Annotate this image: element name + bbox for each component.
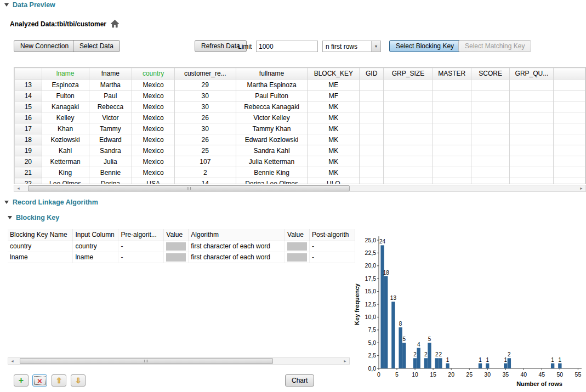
bk-column-header[interactable]: Blocking Key Name [8,229,73,241]
scrollbar-track[interactable] [22,185,577,191]
blocking-key-row[interactable]: countrycountry-first character of each w… [8,241,355,252]
data-cell: 107 [174,156,236,167]
data-cell [360,101,384,112]
value-box [287,242,307,251]
delete-blocking-key-button[interactable]: × [32,374,47,387]
data-cell [510,167,554,178]
svg-text:22,5: 22,5 [365,249,377,256]
column-header[interactable]: country [132,68,175,79]
table-row[interactable]: 18KozlowskiEdwardMexico26Edward Kozlowsk… [15,134,585,145]
data-cell [510,90,554,101]
blocking-key-section-header[interactable]: Blocking Key [8,214,59,221]
column-header[interactable] [15,68,42,79]
row-mode-value: n first rows [323,43,371,50]
bk-cell[interactable]: - [118,241,164,252]
table-row[interactable]: 22Lee OlmosDorinaUSA14Dorina Lee OlmosUL… [15,178,585,185]
record-linkage-section-header[interactable]: Record Linkage Algorithm [4,198,98,206]
column-header[interactable]: customer_re... [174,68,236,79]
data-cell [510,145,554,156]
table-row[interactable]: 17KhanTammyMexico30Tammy KhanMK [15,123,585,134]
data-cell [360,90,384,101]
bk-column-header[interactable]: Pre-algorit... [118,229,164,241]
bk-cell[interactable]: lname [8,252,73,263]
data-cell: MK [308,101,360,112]
svg-text:25,0: 25,0 [365,237,377,243]
column-header[interactable]: GID [360,68,384,79]
select-matching-key-button[interactable]: Select Matching Key [458,40,531,52]
bk-cell[interactable]: country [73,241,118,252]
row-number-cell: 13 [15,79,42,90]
blocking-key-row[interactable]: lnamelname-first character of each word- [8,252,355,263]
bk-column-header[interactable]: Algorithm [189,229,285,241]
data-cell: Mexico [132,112,175,123]
svg-text:15: 15 [430,371,436,378]
data-cell: Mexico [132,79,175,90]
select-blocking-key-button[interactable]: Select Blocking Key [389,40,460,52]
data-cell [360,178,384,185]
svg-text:5: 5 [395,371,399,378]
data-cell: Mexico [132,123,175,134]
data-cell: Kahl [42,145,89,156]
limit-input[interactable] [256,41,318,52]
bk-cell[interactable]: first character of each word [189,241,285,252]
table-row[interactable]: 19KahlSandraMexico25Sandra KahlMK [15,145,585,156]
table-row[interactable]: 16KelleyVictorMexico26Victor KelleyMK [15,112,585,123]
scrollbar-thumb[interactable] [20,358,273,364]
move-down-button[interactable]: ⇩ [71,374,86,387]
bk-cell[interactable]: - [118,252,164,263]
bk-column-header[interactable]: Post-algorith [310,229,355,241]
scroll-left-arrow-icon[interactable]: ◄ [14,185,22,191]
data-cell [471,101,510,112]
data-cell [360,134,384,145]
column-header[interactable]: fname [89,68,132,79]
bk-column-header[interactable]: Value [164,229,189,241]
data-cell [433,167,471,178]
column-header[interactable]: SCORE [471,68,510,79]
bk-cell[interactable]: - [310,241,355,252]
bk-cell[interactable]: lname [73,252,118,263]
new-connection-button[interactable]: New Connection [14,40,75,52]
scrollbar-thumb[interactable] [28,185,350,191]
row-number-cell: 21 [15,167,42,178]
data-preview-section-header[interactable]: Data Preview [4,1,55,9]
data-cell: Martha Espinoza [236,79,308,90]
bk-column-header[interactable]: Value [285,229,310,241]
bk-cell[interactable]: - [310,252,355,263]
svg-text:50: 50 [557,371,564,378]
column-header[interactable]: BLOCK_KEY [308,68,360,79]
table-row[interactable]: 13EspinozaMarthaMexico29Martha EspinozaM… [15,79,585,90]
column-header[interactable]: lname [42,68,89,79]
data-cell: Kanagaki [42,101,89,112]
data-table-hscrollbar[interactable]: ◄ ► [14,185,586,192]
table-row[interactable]: 14FultonPaulMexico30Paul FultonMF [15,90,585,101]
row-mode-combo[interactable]: n first rows ▼ [322,41,381,52]
blocking-table-hscrollbar[interactable]: ◄ ► [8,357,350,365]
scrollbar-track[interactable] [16,358,341,364]
column-header[interactable]: MASTER [433,68,471,79]
table-row[interactable]: 20KettermanJuliaMexico107Julia Ketterman… [15,156,585,167]
data-cell [433,178,471,185]
home-icon[interactable] [110,20,120,28]
data-preview-title: Data Preview [13,1,55,9]
table-row[interactable]: 21KingBennieMexico2Bennie KingMK [15,167,585,178]
bk-cell[interactable]: first character of each word [189,252,285,263]
scroll-left-arrow-icon[interactable]: ◄ [8,358,16,364]
column-header[interactable] [554,68,585,79]
chart-button[interactable]: Chart [285,374,314,387]
add-blocking-key-button[interactable]: + [14,374,29,387]
chevron-down-icon[interactable]: ▼ [371,41,380,52]
data-cell: 30 [174,101,236,112]
bk-cell[interactable]: country [8,241,73,252]
scroll-right-arrow-icon[interactable]: ► [341,358,349,364]
data-cell [510,123,554,134]
scroll-right-arrow-icon[interactable]: ► [577,185,585,191]
select-data-button[interactable]: Select Data [73,40,120,52]
column-header[interactable]: GRP_SIZE [384,68,433,79]
column-header[interactable]: GRP_QU... [510,68,554,79]
bk-column-header[interactable]: Input Column [73,229,118,241]
row-number-cell: 20 [15,156,42,167]
svg-text:5: 5 [428,336,431,342]
table-row[interactable]: 15KanagakiRebeccaMexico30Rebecca Kanagak… [15,101,585,112]
move-up-button[interactable]: ⇧ [52,374,66,387]
column-header[interactable]: fullname [236,68,308,79]
